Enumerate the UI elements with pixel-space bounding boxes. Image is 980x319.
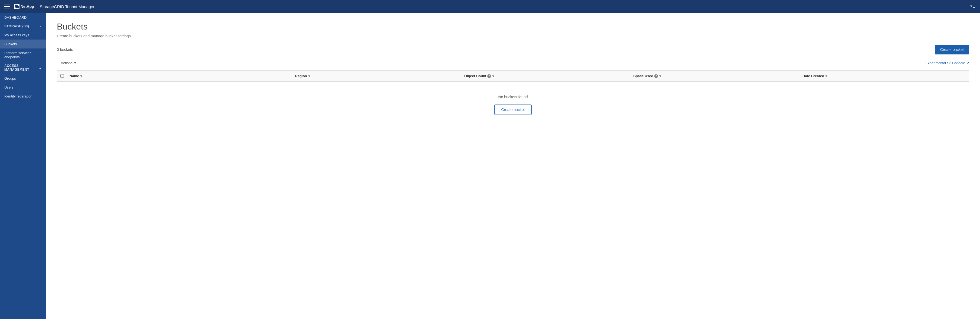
sidebar-item-users[interactable]: Users <box>0 83 46 92</box>
table-empty-state: No buckets found Create bucket <box>57 82 969 128</box>
sidebar-groups-label: Groups <box>4 77 16 80</box>
th-region: Region ⇅ <box>293 71 461 81</box>
content-area: Buckets Create buckets and manage bucket… <box>46 13 980 319</box>
sidebar-item-platform-services[interactable]: Platform services endpoints <box>0 48 46 61</box>
sidebar-platform-services-label: Platform services endpoints <box>4 51 42 59</box>
th-date-created-label: Date Created <box>802 74 824 78</box>
sidebar-access-management-header[interactable]: ACCESS MANAGEMENT ▲ <box>0 61 46 74</box>
storage-chevron-icon: ▲ <box>39 25 42 28</box>
netapp-logo: NetApp <box>14 4 34 9</box>
sidebar-access-management-label: ACCESS MANAGEMENT <box>4 64 39 72</box>
name-sort-icon[interactable]: ⇅ <box>80 75 82 77</box>
sidebar-buckets-label: Buckets <box>4 42 17 46</box>
sidebar-item-groups[interactable]: Groups <box>0 74 46 83</box>
th-region-label: Region <box>295 74 307 78</box>
object-count-sort-icon[interactable]: ⇅ <box>492 75 494 77</box>
th-name-label: Name <box>70 74 79 78</box>
sidebar-item-my-access-keys[interactable]: My access keys <box>0 30 46 40</box>
hamburger-menu[interactable] <box>4 5 10 8</box>
actions-chevron-icon: ▾ <box>74 61 76 65</box>
access-management-chevron-icon: ▲ <box>39 66 42 69</box>
sidebar-item-dashboard[interactable]: DASHBOARD <box>0 13 46 22</box>
date-created-sort-icon[interactable]: ⇅ <box>825 75 827 77</box>
sidebar-my-access-keys-label: My access keys <box>4 33 29 37</box>
th-date-created: Date Created ⇅ <box>800 71 969 81</box>
buckets-table: Name ⇅ Region ⇅ Object Count ? ⇅ Space U… <box>57 70 969 128</box>
create-bucket-button-empty[interactable]: Create bucket <box>494 105 531 115</box>
actions-label: Actions <box>61 61 73 65</box>
sidebar-storage-label: STORAGE (S3) <box>4 24 29 28</box>
th-checkbox <box>57 71 67 81</box>
app-title: StorageGRID Tenant Manager <box>40 4 94 9</box>
brand-name: NetApp <box>21 4 34 9</box>
sidebar-users-label: Users <box>4 85 14 89</box>
s3-console-label: Experimental S3 Console <box>925 61 965 65</box>
table-empty-text: No buckets found <box>62 95 964 99</box>
s3-console-link[interactable]: Experimental S3 Console ↗ <box>925 61 969 65</box>
table-header-row: Name ⇅ Region ⇅ Object Count ? ⇅ Space U… <box>57 71 969 82</box>
select-all-checkbox[interactable] <box>60 74 64 78</box>
actions-button[interactable]: Actions ▾ <box>57 59 80 67</box>
sidebar-dashboard-label: DASHBOARD <box>4 16 27 19</box>
th-object-count: Object Count ? ⇅ <box>461 71 631 81</box>
external-link-icon: ↗ <box>966 61 969 65</box>
sidebar-item-identity-federation[interactable]: Identity federation <box>0 92 46 101</box>
th-space-used: Space Used ? ⇅ <box>631 71 800 81</box>
help-icon[interactable]: ?⌄ <box>970 4 976 9</box>
th-object-count-label: Object Count <box>464 74 487 78</box>
logo-area: NetApp StorageGRID Tenant Manager <box>14 3 94 10</box>
th-space-used-label: Space Used <box>633 74 654 78</box>
space-used-help-icon[interactable]: ? <box>654 74 658 78</box>
sidebar-item-buckets[interactable]: Buckets <box>0 40 46 48</box>
th-name: Name ⇅ <box>67 71 293 81</box>
page-title: Buckets <box>57 22 969 32</box>
page-subtitle: Create buckets and manage bucket setting… <box>57 34 969 38</box>
region-sort-icon[interactable]: ⇅ <box>308 75 310 77</box>
create-bucket-button-top[interactable]: Create bucket <box>935 45 969 54</box>
space-used-sort-icon[interactable]: ⇅ <box>659 75 661 77</box>
sidebar-storage-header[interactable]: STORAGE (S3) ▲ <box>0 22 46 30</box>
sidebar-identity-federation-label: Identity federation <box>4 94 32 98</box>
top-nav: NetApp StorageGRID Tenant Manager ?⌄ <box>0 0 980 13</box>
sidebar: DASHBOARD STORAGE (S3) ▲ My access keys … <box>0 13 46 319</box>
bucket-count: 0 buckets <box>57 47 73 52</box>
object-count-help-icon[interactable]: ? <box>487 74 491 78</box>
